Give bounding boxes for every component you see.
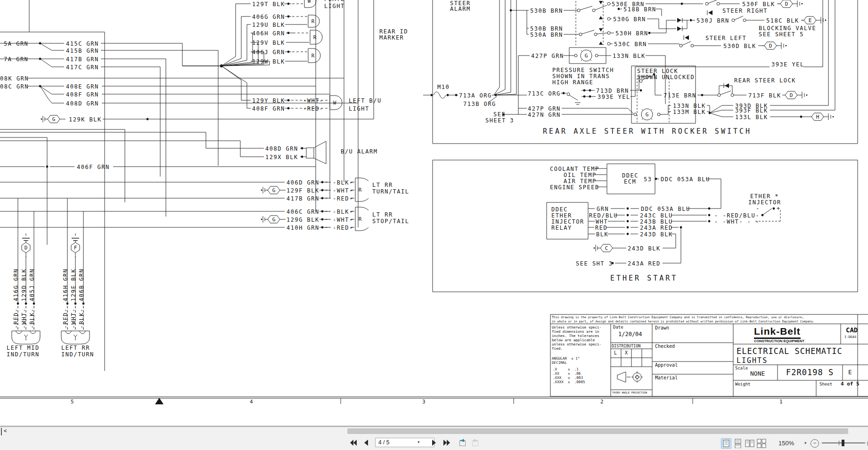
- wire-label: GRN: [597, 206, 609, 212]
- lamp-symbol: W: [329, 95, 343, 112]
- wire-label: -BLK-: [78, 308, 85, 329]
- wire-label: BLK: [596, 231, 608, 238]
- svg-text:W: W: [308, 0, 311, 4]
- wire-label: 410H GRN: [287, 225, 319, 231]
- wire-label: 713E BRN: [663, 92, 696, 99]
- wire-label: 133L BLK: [735, 114, 768, 121]
- wire-label: 133N BLK: [673, 103, 706, 109]
- connector-symbol: D: [20, 236, 32, 259]
- svg-text:C: C: [605, 245, 608, 251]
- wire-label: 53: [644, 176, 652, 183]
- wire-label: LT RR: [372, 182, 393, 188]
- wire-label: LT RR: [372, 211, 393, 218]
- wire-label: 129K BLK: [69, 116, 102, 123]
- wire-label: LIGHT: [324, 3, 345, 9]
- logo-subtitle: CONSTRUCTION EQUIPMENT: [754, 339, 804, 343]
- zoom-slider-handle[interactable]: [842, 440, 844, 446]
- zoom-level-display[interactable]: 150%: [778, 440, 794, 447]
- wire-label: 129W BLK: [252, 58, 285, 65]
- wire-label: ALARM: [450, 6, 471, 12]
- zoom-out-button[interactable]: −: [811, 439, 819, 448]
- wire-label: REAR STEER LOCK: [734, 77, 796, 84]
- wire-label: B/U ALARM: [341, 148, 378, 155]
- wire-label: WHT: [596, 218, 608, 225]
- wire-label: LIGHT: [349, 105, 369, 112]
- wire-label: INJECTOR: [748, 199, 781, 206]
- collapse-panel-icon[interactable]: <: [1, 428, 16, 435]
- continuous-scroll-view-button[interactable]: [733, 438, 743, 449]
- wire-label: DDEC: [551, 206, 568, 213]
- svg-text:D: D: [769, 43, 772, 49]
- ruler-zone-number: 3: [422, 399, 426, 405]
- wire-label: TURN/TAIL: [372, 188, 409, 195]
- wire-label: -WHT-: [70, 308, 77, 329]
- disclaimer-line: in whole or in part, of design and detai…: [552, 320, 815, 324]
- svg-text:H: H: [816, 114, 819, 120]
- wire-label: 406B GRN: [78, 268, 85, 301]
- previous-view-button[interactable]: [458, 439, 467, 447]
- wire-label: 243D BLK: [640, 231, 673, 238]
- svg-text:D: D: [790, 92, 793, 98]
- wire-label: 417B GRN: [66, 56, 99, 63]
- svg-text:R: R: [313, 34, 317, 40]
- wire-label: 129X BLK: [265, 154, 298, 161]
- wire-label: M10: [437, 84, 450, 90]
- wire-label: LEFT B/U: [349, 97, 382, 104]
- first-page-button[interactable]: [349, 439, 357, 447]
- drawn-label: Drawn: [655, 325, 669, 330]
- zoom-slider-tick: [839, 441, 839, 445]
- lamp-symbol: R: [354, 206, 368, 233]
- zoom-dropdown-caret-icon[interactable]: ▾: [804, 441, 807, 445]
- page-number-input[interactable]: [375, 438, 434, 447]
- sheet-label: Sheet: [819, 382, 832, 386]
- wire-label: 406F GRN: [77, 164, 110, 170]
- wire-label: 129F BLK: [287, 187, 319, 194]
- previous-page-button[interactable]: [362, 439, 370, 447]
- wire-label: ETHER: [551, 212, 572, 219]
- horizontal-scrollbar-thumb[interactable]: [347, 428, 848, 434]
- wire-label: RED: [595, 225, 607, 231]
- next-page-button[interactable]: [430, 439, 438, 447]
- wire-label: 129D BLK: [21, 268, 27, 301]
- viewer-toolbar: ▾: [0, 436, 868, 450]
- checked-label: Checked: [655, 344, 675, 349]
- last-page-button[interactable]: [443, 439, 451, 447]
- wire-label: 530B BRN: [530, 25, 563, 32]
- single-page-view-button[interactable]: [721, 438, 731, 449]
- wire-label: INJECTOR: [551, 218, 584, 225]
- wire-label: LEFT RR: [61, 345, 90, 351]
- two-page-scroll-view-button[interactable]: [756, 438, 767, 449]
- viewer-bottom-chrome: < ▾: [0, 426, 868, 450]
- wire-label: 406G GRN: [252, 14, 285, 20]
- wire-label: -RED-: [303, 105, 324, 112]
- wire-label: ENGINE SPEED: [550, 184, 599, 191]
- svg-text:D: D: [785, 1, 788, 7]
- lamp-symbol: R: [354, 177, 368, 204]
- page-dropdown-caret-icon[interactable]: ▾: [418, 440, 420, 444]
- wire-label: 416H GRN: [62, 268, 69, 301]
- wire-label: PRESSURE SWITCH: [552, 67, 614, 73]
- wire-label: 530A BRN: [530, 32, 563, 38]
- svg-text:W: W: [333, 100, 336, 106]
- wire-label: 713B ORG: [463, 101, 496, 107]
- ruler-zone-number: 4: [250, 399, 254, 405]
- connector-symbol: G: [260, 185, 287, 197]
- svg-text:G: G: [272, 187, 276, 193]
- wire-label: SEE SHEET 5: [759, 31, 804, 38]
- wire-label: 393F BLK: [735, 107, 768, 114]
- two-page-view-button[interactable]: [745, 438, 755, 449]
- wire-label: +: [777, 205, 781, 212]
- wire-label: -WHT-: [303, 97, 324, 104]
- wire-label: 417B GRN: [287, 195, 319, 202]
- disclaimer-line: This drawing is the property of Link-Bel…: [552, 315, 804, 320]
- wire-label: 713D BRN: [596, 88, 629, 94]
- linkbelt-logo: Link-Belt: [754, 326, 801, 339]
- svg-text:G: G: [646, 112, 649, 118]
- next-view-button[interactable]: [470, 439, 480, 447]
- revision: E: [848, 369, 852, 376]
- wire-label: IND/TURN: [61, 351, 94, 358]
- scale-label: Scale: [735, 366, 748, 370]
- wire-label: 427P GRN: [528, 105, 561, 112]
- svg-text:F: F: [74, 245, 77, 251]
- wire-label: DDC 053A BLU: [641, 206, 690, 212]
